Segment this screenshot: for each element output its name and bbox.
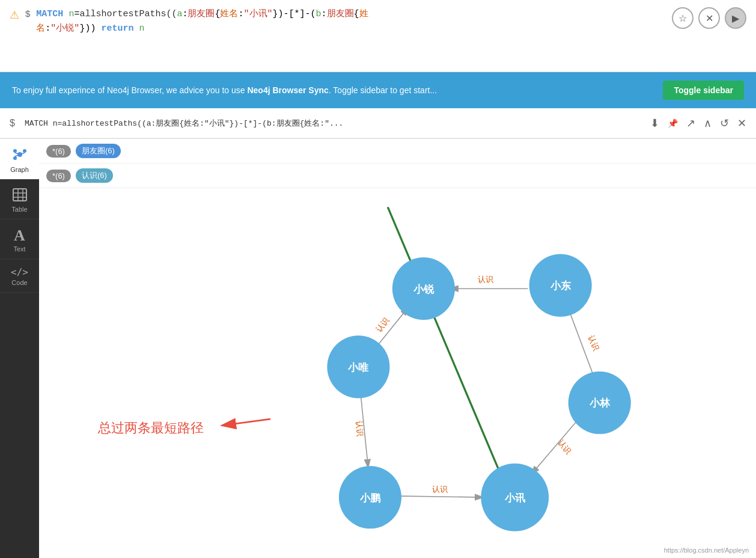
table-icon: [13, 188, 27, 204]
edge-label-xiaodong-xiaolin: 认识: [587, 334, 601, 352]
dollar-sign: $: [25, 8, 30, 19]
info-banner: To enjoy full experince of Neo4j Browser…: [0, 72, 756, 108]
annotation-text: 总过两条最短路径: [97, 420, 204, 435]
edge-tags-row: *(6) 认识(6): [39, 164, 756, 188]
refresh-icon[interactable]: ↺: [720, 117, 729, 130]
edge-xiaopeng-xiaoxun: [396, 496, 483, 497]
sidebar: Graph Table A Text </> Code: [0, 139, 39, 558]
graph-icon: [13, 147, 27, 164]
edge-label-tag[interactable]: 认识(6): [76, 168, 113, 183]
toggle-sidebar-button[interactable]: Toggle sidebar: [663, 81, 744, 100]
edge-label-xiaolin-xiaoxun: 认识: [556, 438, 573, 456]
edge-label-xiaodong-xiaorui: 认识: [478, 275, 493, 284]
warning-icon: ⚠: [10, 8, 19, 22]
sidebar-item-graph[interactable]: Graph: [0, 139, 39, 180]
svg-rect-7: [13, 189, 26, 201]
result-header: $ MATCH n=allshortestPaths((a:朋友圈{姓名:"小讯…: [0, 108, 756, 138]
edge-label-xiaopeng-xiaoxun: 认识: [432, 485, 448, 494]
graph-svg: 认识 认识 认识 认识 认识 认识 小锐: [39, 188, 756, 558]
sidebar-item-table[interactable]: Table: [0, 180, 39, 219]
node-tags-row: *(6) 朋友圈(6): [39, 139, 756, 164]
svg-point-3: [13, 156, 17, 160]
annotation-arrow: [222, 419, 270, 426]
result-panel: $ MATCH n=allshortestPaths((a:朋友圈{姓名:"小讯…: [0, 108, 756, 139]
edge-label-xiaowei-xiaorui: 认识: [374, 316, 391, 334]
collapse-icon[interactable]: ∧: [704, 117, 712, 130]
run-button[interactable]: ▶: [725, 7, 746, 29]
result-dollar: $: [10, 118, 15, 129]
result-actions: ⬇ 📌 ↗ ∧ ↺ ✕: [650, 117, 746, 130]
sidebar-item-code[interactable]: </> Code: [0, 259, 39, 293]
node-xiaoxun-label: 小讯: [504, 492, 526, 504]
code-icon: </>: [11, 268, 28, 277]
result-query-text: MATCH n=allshortestPaths((a:朋友圈{姓名:"小讯"}…: [25, 118, 643, 129]
node-xiaopeng-label: 小鹏: [359, 492, 381, 504]
close-button[interactable]: ✕: [698, 7, 720, 29]
main-area: Graph Table A Text </> Code: [0, 139, 756, 558]
node-xiaowei-label: 小唯: [347, 361, 369, 373]
footer-url: https://blog.csdn.net/Appleyn: [664, 547, 749, 554]
close-result-icon[interactable]: ✕: [737, 117, 746, 130]
sidebar-item-text[interactable]: A Text: [0, 219, 39, 259]
edge-xiaolin-xiaoxun: [531, 415, 582, 474]
node-xiaodong-label: 小东: [550, 280, 572, 292]
svg-point-2: [23, 149, 26, 153]
star-button[interactable]: ☆: [672, 7, 694, 29]
node-count-tag[interactable]: *(6): [46, 145, 71, 158]
node-xiaolin-label: 小林: [589, 397, 611, 409]
graph-label: Graph: [10, 167, 29, 173]
edge-label-xiaowei-xiaopeng: 认识: [355, 420, 365, 437]
node-label-tag[interactable]: 朋友圈(6): [76, 144, 121, 158]
node-xiaorui-label: 小锐: [413, 283, 434, 295]
code-label: Code: [11, 280, 27, 286]
text-label: Text: [13, 246, 25, 253]
pin-icon[interactable]: 📌: [668, 118, 678, 128]
text-icon: A: [14, 228, 25, 244]
top-query-bar: ⚠ $ MATCH n=allshortestPaths((a:朋友圈{姓名:"…: [0, 0, 756, 72]
graph-svg-container: 认识 认识 认识 认识 认识 认识 小锐: [39, 188, 756, 558]
edge-count-tag[interactable]: *(6): [46, 170, 71, 182]
expand-icon[interactable]: ↗: [686, 117, 695, 130]
top-actions: ☆ ✕ ▶: [672, 7, 746, 29]
query-text: MATCH n=allshortestPaths((a:朋友圈{姓名:"小讯"}…: [36, 7, 666, 36]
svg-point-1: [13, 149, 17, 153]
table-label: Table: [11, 206, 27, 213]
download-icon[interactable]: ⬇: [650, 117, 659, 130]
info-banner-text: To enjoy full experince of Neo4j Browser…: [12, 85, 437, 95]
graph-area[interactable]: *(6) 朋友圈(6) *(6) 认识(6) 认识: [39, 139, 756, 558]
